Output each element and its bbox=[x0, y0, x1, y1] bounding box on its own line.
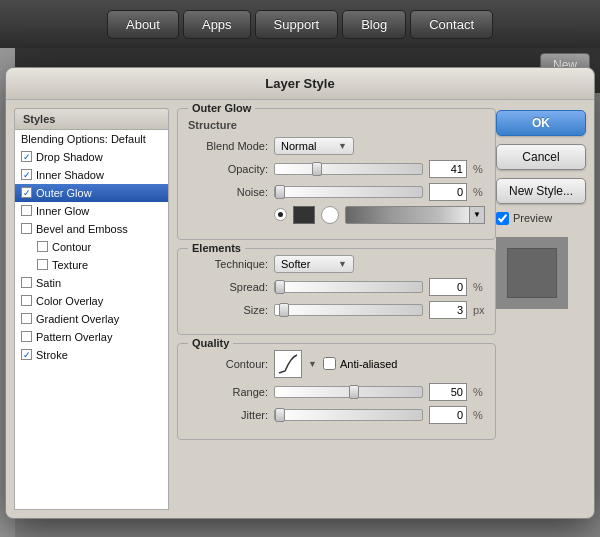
range-input[interactable] bbox=[429, 383, 467, 401]
spread-thumb[interactable] bbox=[275, 280, 285, 294]
gradient-preview[interactable]: ▼ bbox=[345, 206, 485, 224]
size-thumb[interactable] bbox=[279, 303, 289, 317]
style-stroke[interactable]: ✓ Stroke bbox=[15, 346, 168, 364]
nav-contact[interactable]: Contact bbox=[410, 10, 493, 39]
spread-input[interactable] bbox=[429, 278, 467, 296]
pattern-overlay-label: Pattern Overlay bbox=[36, 331, 112, 343]
blend-mode-row: Blend Mode: Normal ▼ bbox=[188, 137, 485, 155]
anti-aliased-checkbox[interactable] bbox=[323, 357, 336, 370]
style-inner-shadow[interactable]: ✓ Inner Shadow bbox=[15, 166, 168, 184]
bevel-emboss-checkbox[interactable] bbox=[21, 223, 32, 234]
main-settings: Outer Glow Structure Blend Mode: Normal … bbox=[177, 108, 496, 510]
contour-dropdown-icon[interactable]: ▼ bbox=[308, 359, 317, 369]
preview-checkbox[interactable] bbox=[496, 212, 509, 225]
nav-blog[interactable]: Blog bbox=[342, 10, 406, 39]
range-unit: % bbox=[473, 386, 485, 398]
anti-aliased-row: Anti-aliased bbox=[323, 357, 397, 370]
opacity-row: Opacity: % bbox=[188, 160, 485, 178]
style-satin[interactable]: Satin bbox=[15, 274, 168, 292]
ok-button[interactable]: OK bbox=[496, 110, 586, 136]
stroke-checkbox[interactable]: ✓ bbox=[21, 349, 32, 360]
gradient-dropdown-arrow[interactable]: ▼ bbox=[469, 206, 485, 224]
size-row: Size: px bbox=[188, 301, 485, 319]
range-label: Range: bbox=[188, 386, 268, 398]
size-input[interactable] bbox=[429, 301, 467, 319]
contour-checkbox[interactable] bbox=[37, 241, 48, 252]
cancel-button[interactable]: Cancel bbox=[496, 144, 586, 170]
noise-input[interactable] bbox=[429, 183, 467, 201]
style-inner-glow[interactable]: Inner Glow bbox=[15, 202, 168, 220]
top-nav-bar: About Apps Support Blog Contact bbox=[0, 0, 600, 48]
noise-row: Noise: % bbox=[188, 183, 485, 201]
noise-label: Noise: bbox=[188, 186, 268, 198]
outer-glow-label: Outer Glow bbox=[36, 187, 92, 199]
inner-shadow-checkbox[interactable]: ✓ bbox=[21, 169, 32, 180]
contour-curve-icon bbox=[277, 353, 299, 375]
dialog-title: Layer Style bbox=[6, 68, 594, 100]
style-pattern-overlay[interactable]: Pattern Overlay bbox=[15, 328, 168, 346]
style-texture[interactable]: Texture bbox=[15, 256, 168, 274]
drop-shadow-label: Drop Shadow bbox=[36, 151, 103, 163]
jitter-input[interactable] bbox=[429, 406, 467, 424]
technique-label: Technique: bbox=[188, 258, 268, 270]
spread-slider[interactable] bbox=[274, 281, 423, 293]
styles-panel-header: Styles bbox=[14, 108, 169, 130]
opacity-thumb[interactable] bbox=[312, 162, 322, 176]
spread-label: Spread: bbox=[188, 281, 268, 293]
gradient-radio[interactable] bbox=[321, 206, 339, 224]
contour-preview[interactable] bbox=[274, 350, 302, 378]
style-blending-options[interactable]: Blending Options: Default bbox=[15, 130, 168, 148]
outer-glow-section-label: Outer Glow bbox=[188, 102, 255, 114]
stroke-label: Stroke bbox=[36, 349, 68, 361]
size-label: Size: bbox=[188, 304, 268, 316]
gradient-overlay-checkbox[interactable] bbox=[21, 313, 32, 324]
color-overlay-label: Color Overlay bbox=[36, 295, 103, 307]
jitter-unit: % bbox=[473, 409, 485, 421]
jitter-thumb[interactable] bbox=[275, 408, 285, 422]
preview-inner-box bbox=[507, 248, 557, 298]
preview-row: Preview bbox=[496, 212, 586, 225]
range-thumb[interactable] bbox=[349, 385, 359, 399]
blending-options-label: Blending Options: Default bbox=[21, 133, 146, 145]
satin-checkbox[interactable] bbox=[21, 277, 32, 288]
style-contour[interactable]: Contour bbox=[15, 238, 168, 256]
noise-unit: % bbox=[473, 186, 485, 198]
styles-panel: Styles Blending Options: Default ✓ Drop … bbox=[14, 108, 169, 510]
pattern-overlay-checkbox[interactable] bbox=[21, 331, 32, 342]
noise-thumb[interactable] bbox=[275, 185, 285, 199]
nav-about[interactable]: About bbox=[107, 10, 179, 39]
blend-mode-dropdown[interactable]: Normal ▼ bbox=[274, 137, 354, 155]
noise-slider[interactable] bbox=[274, 186, 423, 198]
texture-checkbox[interactable] bbox=[37, 259, 48, 270]
new-style-button[interactable]: New Style... bbox=[496, 178, 586, 204]
technique-dropdown[interactable]: Softer ▼ bbox=[274, 255, 354, 273]
inner-glow-checkbox[interactable] bbox=[21, 205, 32, 216]
nav-support[interactable]: Support bbox=[255, 10, 339, 39]
blend-mode-value: Normal bbox=[281, 140, 316, 152]
contour-row-label: Contour: bbox=[188, 358, 268, 370]
jitter-slider[interactable] bbox=[274, 409, 423, 421]
style-color-overlay[interactable]: Color Overlay bbox=[15, 292, 168, 310]
structure-sub-label: Structure bbox=[188, 119, 485, 131]
range-slider[interactable] bbox=[274, 386, 423, 398]
color-radio[interactable] bbox=[274, 208, 287, 221]
style-drop-shadow[interactable]: ✓ Drop Shadow bbox=[15, 148, 168, 166]
bevel-emboss-label: Bevel and Emboss bbox=[36, 223, 128, 235]
opacity-slider[interactable] bbox=[274, 163, 423, 175]
size-slider[interactable] bbox=[274, 304, 423, 316]
style-outer-glow[interactable]: ✓ Outer Glow bbox=[15, 184, 168, 202]
style-gradient-overlay[interactable]: Gradient Overlay bbox=[15, 310, 168, 328]
inner-shadow-label: Inner Shadow bbox=[36, 169, 104, 181]
outer-glow-checkbox[interactable]: ✓ bbox=[21, 187, 32, 198]
style-bevel-emboss[interactable]: Bevel and Emboss bbox=[15, 220, 168, 238]
nav-apps[interactable]: Apps bbox=[183, 10, 251, 39]
technique-value: Softer bbox=[281, 258, 310, 270]
opacity-input[interactable] bbox=[429, 160, 467, 178]
range-row: Range: % bbox=[188, 383, 485, 401]
dialog-body: Styles Blending Options: Default ✓ Drop … bbox=[6, 100, 594, 518]
color-swatch[interactable] bbox=[293, 206, 315, 224]
drop-shadow-checkbox[interactable]: ✓ bbox=[21, 151, 32, 162]
color-gradient-row: ▼ bbox=[188, 206, 485, 224]
preview-label-text: Preview bbox=[513, 212, 552, 224]
color-overlay-checkbox[interactable] bbox=[21, 295, 32, 306]
